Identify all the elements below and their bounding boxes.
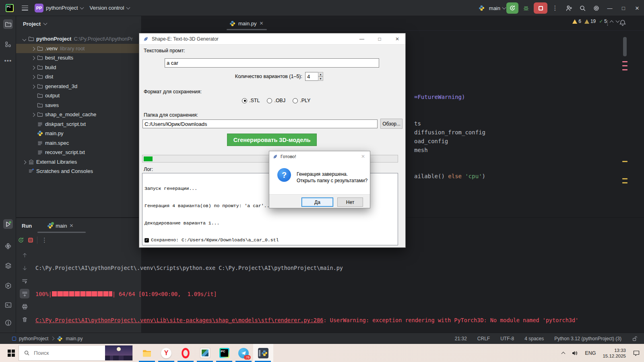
window-minimize-button[interactable]: — (603, 0, 617, 16)
print-button[interactable] (20, 302, 29, 311)
dialog-maximize-button[interactable]: □ (372, 33, 388, 45)
structure-tool-button[interactable] (3, 39, 13, 49)
run-tab-main[interactable]: main ✕ (47, 223, 73, 229)
prev-occurrence-button[interactable] (20, 250, 29, 260)
dialog-titlebar[interactable]: Shape-E: Text-to-3D Generator — □ ✕ (139, 33, 405, 45)
file-encoding[interactable]: UTF-8 (500, 336, 514, 341)
terminal-tool-button[interactable] (3, 300, 13, 310)
taskbar-yandex-browser[interactable]: Y (157, 344, 176, 362)
run-config-selector[interactable]: main (478, 5, 506, 11)
taskbar-pycharm[interactable]: PC (215, 344, 234, 362)
chevron-right-icon[interactable] (31, 113, 35, 117)
tree-item-generated-3d[interactable]: generated_3d (16, 82, 142, 91)
messagebox-titlebar[interactable]: Готово! ✕ (269, 151, 370, 162)
spin-up-button[interactable]: ▲ (318, 72, 323, 76)
close-icon[interactable]: ✕ (361, 154, 365, 159)
unlocked-icon[interactable] (632, 336, 638, 341)
dialog-minimize-button[interactable]: — (354, 33, 370, 45)
clear-console-button[interactable] (20, 315, 29, 324)
rerun-button[interactable] (506, 2, 518, 14)
tray-chevron-up-icon[interactable] (561, 352, 566, 356)
breadcrumb[interactable]: pythonProject main.py (12, 336, 83, 341)
tree-item-best-results[interactable]: best_results (16, 53, 142, 63)
tree-item-diskpart-script[interactable]: diskpart_script.txt (16, 119, 142, 129)
radio-stl[interactable]: .STL (242, 98, 260, 103)
scroll-to-end-button[interactable] (20, 289, 29, 298)
breadcrumb-file[interactable]: main.py (66, 336, 83, 341)
indent-setting[interactable]: 4 spaces (524, 336, 544, 341)
tree-item-dist[interactable]: dist (16, 72, 142, 82)
services-tool-button[interactable] (3, 261, 13, 270)
tray-language[interactable]: ENG (585, 350, 596, 356)
yes-button[interactable]: Да (301, 197, 333, 207)
run-tool-button[interactable] (3, 219, 13, 229)
more-icon[interactable]: ⋮ (41, 237, 47, 244)
code-with-me-button[interactable] (563, 2, 575, 14)
window-close-button[interactable]: ✕ (630, 0, 644, 16)
taskbar-telegram[interactable]: .76 (234, 344, 253, 362)
project-tool-button[interactable] (3, 19, 13, 29)
search-input[interactable] (33, 350, 93, 356)
taskbar-search[interactable] (19, 345, 133, 361)
project-widget[interactable]: PP pythonProject (35, 4, 83, 12)
file-link[interactable]: C:\Py.Project\AI\pythonProject\.venv\Lib… (35, 317, 323, 323)
folder-input[interactable] (142, 119, 378, 128)
start-button[interactable] (8, 350, 15, 357)
chevron-right-icon[interactable] (31, 75, 35, 79)
vcs-widget[interactable]: Version control (90, 5, 130, 11)
dialog-close-button[interactable]: ✕ (389, 33, 405, 45)
tree-item-main-spec[interactable]: main.spec (16, 138, 142, 148)
run-tab-close-icon[interactable]: ✕ (69, 223, 73, 228)
chevron-right-icon[interactable] (31, 66, 35, 70)
rerun-icon[interactable] (18, 237, 24, 243)
more-tool-windows-button[interactable]: ••• (3, 56, 13, 65)
stop-icon[interactable] (28, 238, 33, 243)
editor-scrollbar-thumb[interactable] (623, 37, 627, 56)
tab-main-py[interactable]: main.py ✕ (225, 16, 268, 31)
project-panel-header[interactable]: Project (16, 16, 141, 31)
python-packages-tool-button[interactable] (3, 241, 13, 251)
python-console-tool-button[interactable] (3, 281, 13, 290)
breadcrumb-project[interactable]: pythonProject (19, 336, 48, 341)
radio-ply[interactable]: .PLY (293, 98, 310, 103)
tree-item-scratches[interactable]: Scratches and Consoles (16, 167, 142, 176)
more-actions-button[interactable]: ⋮ (549, 2, 561, 14)
main-menu-icon[interactable] (22, 6, 28, 10)
radio-obj[interactable]: .OBJ (267, 98, 285, 103)
inspections-widget[interactable]: 6 19 ✓ 5 (572, 19, 619, 24)
settings-button[interactable] (590, 2, 602, 14)
count-spinner[interactable]: ▲ ▼ (305, 72, 323, 81)
chevron-right-icon[interactable] (31, 84, 35, 88)
cursor-position[interactable]: 21:32 (455, 336, 467, 341)
tree-item-saves[interactable]: saves (16, 101, 142, 110)
browse-button[interactable]: Обзор... (380, 119, 402, 129)
window-maximize-button[interactable]: □ (617, 0, 630, 16)
tree-item-external-libraries[interactable]: External Libraries (16, 157, 142, 167)
chevron-up-icon[interactable] (610, 20, 614, 24)
next-occurrence-button[interactable] (20, 263, 29, 273)
tree-item-pythonproject[interactable]: pythonProject C:\Py.Project\AI\pythonPr (16, 34, 142, 44)
tray-clock[interactable]: 13:33 15.12.2025 (603, 348, 626, 359)
prompt-input[interactable] (165, 58, 379, 68)
notification-center-icon[interactable] (633, 350, 640, 357)
tree-item-shap-e-model-cache[interactable]: shap_e_model_cache (16, 110, 142, 119)
tree-item-main-py[interactable]: main.py (16, 129, 142, 138)
search-highlight-image[interactable] (105, 346, 132, 360)
tab-close-icon[interactable]: ✕ (260, 21, 264, 26)
chevron-down-icon[interactable] (616, 19, 620, 23)
stop-button[interactable] (534, 2, 547, 14)
taskbar-python-app[interactable] (253, 344, 273, 362)
taskbar-photos-app[interactable] (195, 344, 215, 362)
no-button[interactable]: Нет (337, 197, 363, 207)
chevron-right-icon[interactable] (31, 47, 35, 51)
tree-item-output[interactable]: output (16, 91, 142, 101)
chevron-right-icon[interactable] (22, 160, 26, 164)
tree-item-build[interactable]: build (16, 63, 142, 72)
problems-tool-button[interactable] (3, 318, 13, 327)
python-interpreter[interactable]: Python 3.12 (pythonProject) (3) (554, 336, 621, 341)
speaker-icon[interactable] (572, 350, 578, 356)
generate-button[interactable]: Сгенерировать 3D-модель (227, 134, 317, 146)
debug-button[interactable] (520, 2, 532, 14)
search-everywhere-button[interactable] (576, 2, 588, 14)
taskbar-explorer[interactable] (137, 344, 157, 362)
